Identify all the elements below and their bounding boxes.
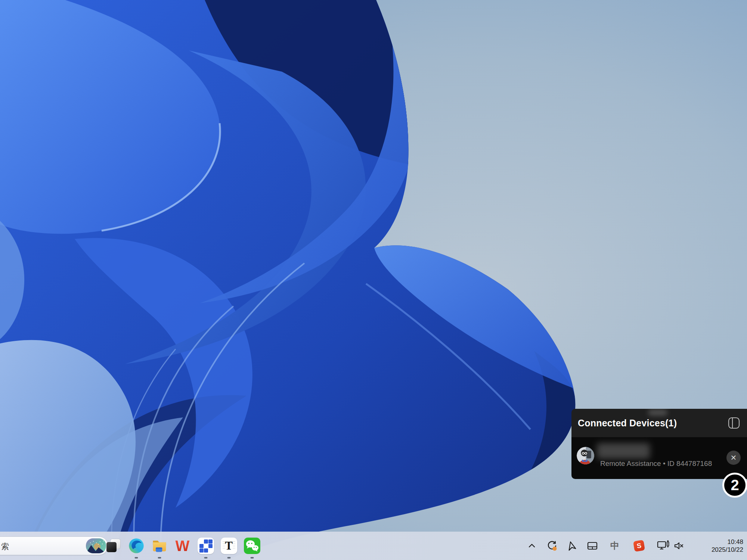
microsoft-edge-icon — [128, 538, 145, 554]
clock-date: 2025/10/22 — [712, 546, 743, 554]
volume-tray-button[interactable] — [672, 532, 685, 560]
tile-grid-app-icon — [198, 538, 214, 554]
typora-button[interactable]: T — [220, 532, 237, 560]
device-subtitle: Remote Assistance • ID 844787168 — [600, 460, 735, 468]
task-view-button[interactable] — [105, 532, 121, 560]
redaction-smudge — [648, 410, 667, 416]
file-explorer-icon — [151, 538, 168, 554]
panel-collapse-icon[interactable] — [727, 416, 741, 430]
taskbar: 索 — [0, 532, 747, 560]
sogou-pinyin-tray-button[interactable]: S — [633, 532, 645, 560]
connected-device-row[interactable]: Remote Assistance • ID 844787168 ✕ — [571, 437, 747, 479]
ime-mode-tray-button[interactable]: 中 — [609, 532, 621, 560]
location-in-use-tray-button[interactable] — [565, 532, 577, 560]
microsoft-edge-button[interactable] — [128, 532, 145, 560]
typora-icon: T — [221, 538, 237, 554]
sogou-pinyin-icon: S — [633, 540, 645, 552]
device-name-redacted — [597, 443, 650, 459]
annotation-step-badge: 2 — [722, 473, 747, 498]
file-explorer-button[interactable] — [151, 532, 168, 560]
taskbar-app-icons: W T — [105, 532, 260, 560]
wps-office-icon: W — [174, 538, 191, 554]
bing-daily-image-icon[interactable] — [86, 538, 106, 553]
hidden-icons-chevron[interactable] — [527, 532, 537, 560]
task-view-icon — [105, 538, 121, 554]
wechat-icon — [244, 538, 260, 554]
volume-muted-icon — [673, 540, 684, 551]
remote-display-tray-button[interactable] — [656, 532, 670, 560]
tile-grid-app-button[interactable] — [197, 532, 214, 560]
sync-status-tray-button[interactable] — [545, 532, 559, 560]
monitor-pen-icon — [657, 539, 670, 552]
wps-office-button[interactable]: W — [174, 532, 191, 560]
device-avatar — [577, 447, 594, 464]
connected-devices-title: Connected Devices(1) — [571, 418, 677, 429]
search-placeholder-text: 索 — [1, 541, 9, 552]
clock-time: 10:48 — [712, 538, 743, 546]
touchpad-icon — [586, 539, 599, 552]
connected-devices-panel: Connected Devices(1) — [571, 409, 747, 479]
touchpad-tray-button[interactable] — [586, 532, 599, 560]
wechat-button[interactable] — [244, 532, 260, 560]
disconnect-close-button[interactable]: ✕ — [726, 451, 741, 465]
connected-devices-header: Connected Devices(1) — [571, 409, 747, 437]
taskbar-clock[interactable]: 10:48 2025/10/22 — [712, 532, 743, 560]
annotation-step-number: 2 — [731, 477, 739, 494]
ime-chinese-icon: 中 — [610, 540, 619, 552]
location-arrow-icon — [565, 539, 578, 553]
chevron-up-icon — [527, 541, 536, 550]
search-input[interactable]: 索 — [0, 536, 108, 555]
desktop: Connected Devices(1) — [0, 0, 747, 560]
sync-icon — [546, 539, 558, 552]
